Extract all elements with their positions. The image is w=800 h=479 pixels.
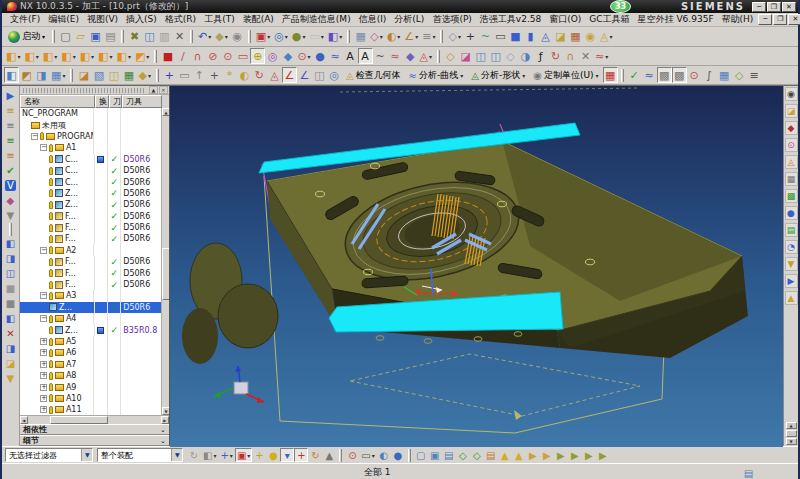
column-toolchange[interactable]: 换 [95,95,109,108]
sphere-primitive-icon[interactable]: ● [313,48,328,64]
view-front-icon[interactable]: ◧▾ [59,48,77,64]
view-background-icon[interactable]: ▭▾ [307,29,325,45]
edit-operation-icon[interactable]: ◧ [3,311,17,326]
close-button[interactable]: ✕ [782,2,796,12]
save-icon[interactable]: ▣ [88,29,103,45]
circle-snap-2-icon[interactable]: ⊙ [345,448,359,462]
snapshot-icon[interactable]: ◆▾ [136,67,152,83]
view-bottom-icon[interactable]: ◧▾ [115,48,133,64]
menu-item[interactable]: 星空外挂 V6.935F [634,13,718,26]
arc-icon[interactable]: ∩ [190,48,205,64]
column-path[interactable]: 刀 [109,95,122,108]
analyze-curve-button[interactable]: ≈分析-曲线▾ [405,67,468,83]
menu-item[interactable]: 帮助(H) [718,13,758,26]
navigator-row[interactable]: Z...✓D50R6 [20,199,161,210]
delete-operation-icon[interactable]: ✕ [3,326,17,341]
pattern-curve-icon[interactable]: ◆ [280,48,295,64]
show-dof-icon[interactable]: ◫ [312,67,327,83]
plus-boxed-icon[interactable]: + [294,448,308,462]
rotate-view-icon[interactable]: ↻ [252,67,267,83]
navigator-row[interactable]: F...✓D50R6 [20,256,161,267]
datum-plane-icon[interactable]: ◇▾ [446,29,462,45]
scroll-thumb[interactable] [786,430,797,437]
program-order-view-icon[interactable]: ≡ [3,103,17,118]
menu-item[interactable]: 工具(T) [200,13,239,26]
navigator-row[interactable]: +A11 [20,404,161,415]
navigator-row[interactable]: 未用项 [20,119,161,130]
column-tool[interactable]: 刀具 [122,95,162,108]
color-brush-icon[interactable]: ▼ [785,257,798,271]
copy-operation-2-icon[interactable]: ◨ [3,251,17,266]
navigator-row[interactable]: −PROGRAM [20,131,161,142]
clipboard-1-icon[interactable]: ▢ [414,448,428,462]
rectangle-curve-icon[interactable]: ▭ [235,48,250,64]
wcs-dynamics-icon[interactable]: + [162,67,177,83]
helix-icon[interactable]: ↻ [548,48,563,64]
expand-toggle[interactable]: + [40,372,47,379]
menu-item[interactable]: 视图(V) [83,13,122,26]
navigator-row[interactable]: NC_PROGRAM [20,108,161,119]
custom-units-button[interactable]: ◉定制单位(U)▾ [529,67,602,83]
offset-3d-icon[interactable]: ◇ [503,48,518,64]
circle-center-icon[interactable]: ⊙ [220,48,235,64]
view-rotate-icon[interactable]: ◩▾ [133,48,151,64]
profile-icon[interactable]: ⊕ [250,48,265,64]
scroll-right-button[interactable]: ▶ [161,416,169,424]
measure-distance-icon[interactable]: ∠▾ [402,29,420,45]
assembly-constraints-icon[interactable]: ▦ [353,29,368,45]
circle-icon[interactable]: ⊘ [205,48,220,64]
right-toolbar-scroll[interactable]: ▲ ▼ [786,422,797,446]
show-only-icon[interactable]: ◐▾ [385,29,403,45]
go-1-icon[interactable]: ▶ [554,448,568,462]
menu-item[interactable]: 浩强工具v2.58 [476,13,545,26]
csys-move-icon[interactable]: ∠ [297,67,312,83]
wave-curve-icon[interactable]: ≈ [328,48,343,64]
undo-icon[interactable]: ↶▾ [196,29,213,45]
open-file-icon[interactable]: ▱ [73,29,88,45]
navigator-row[interactable]: Z...✓D50R6 [20,302,161,313]
scrollbar-thumb[interactable] [162,248,169,300]
freeform-icon[interactable]: ~ [373,48,388,64]
delete-icon[interactable]: ✕ [172,29,187,45]
navigator-row[interactable]: −A3 [20,290,161,301]
cut-icon[interactable]: ✖ [127,29,142,45]
offset-curve-icon[interactable]: ◎ [265,48,280,64]
smart-point-icon[interactable]: * [222,67,237,83]
gesture-tool-icon[interactable]: ▼ [3,371,17,386]
navigator-row[interactable]: Z...✓D50R6 [20,188,161,199]
print-icon[interactable]: ▤ [103,29,118,45]
paint-brush-icon[interactable]: ◆ [3,193,17,208]
menu-item[interactable]: 窗口(O) [545,13,585,26]
render-style-icon[interactable]: ●▾ [290,29,308,45]
dark-arrow-icon[interactable]: ▲ [322,448,336,462]
recycle-2-icon[interactable]: ◇ [470,448,484,462]
menu-item[interactable]: 编辑(E) [44,13,83,26]
info-globe-icon[interactable]: ● [785,206,798,220]
go-2-icon[interactable]: ▶ [568,448,582,462]
hex-display-icon[interactable]: ◇ [732,67,747,83]
minimize-button[interactable]: ─ [752,2,766,12]
hand-tool-icon[interactable]: ▲ [785,291,798,305]
graphics-viewport[interactable] [170,86,783,447]
clipboard-2-icon[interactable]: ▣ [428,448,442,462]
clipboard-icon[interactable]: ▤ [741,465,756,479]
view-trimetric-icon[interactable]: ◧▾ [4,48,22,64]
navigator-flag-icon[interactable]: ▶ [3,88,17,103]
copy-operation-3-icon[interactable]: ◫ [3,266,17,281]
tray-icon[interactable]: ▤ [484,448,498,462]
expand-toggle[interactable]: + [40,406,47,413]
rectangle-icon[interactable]: ▭ [493,29,508,45]
navigator-row[interactable]: +A5 [20,336,161,347]
pattern-feature-icon[interactable]: ▦ [568,29,583,45]
menu-item[interactable]: 分析(L) [390,13,428,26]
navigator-row[interactable]: −A2 [20,245,161,256]
text-tool-icon[interactable]: A [343,48,358,64]
gold-cross-icon[interactable]: + [252,448,266,462]
line-icon[interactable]: ∕ [175,48,190,64]
intersection-curve-icon[interactable]: ◪ [458,48,473,64]
shaded-ball-icon[interactable]: ● [391,448,405,462]
navigator-row[interactable]: C...✓D50R6 [20,154,161,165]
orient-view-icon[interactable]: ◬ [267,67,282,83]
person-up-1-icon[interactable]: ▲ [498,448,512,462]
lighting-icon[interactable]: ◐ [237,67,252,83]
